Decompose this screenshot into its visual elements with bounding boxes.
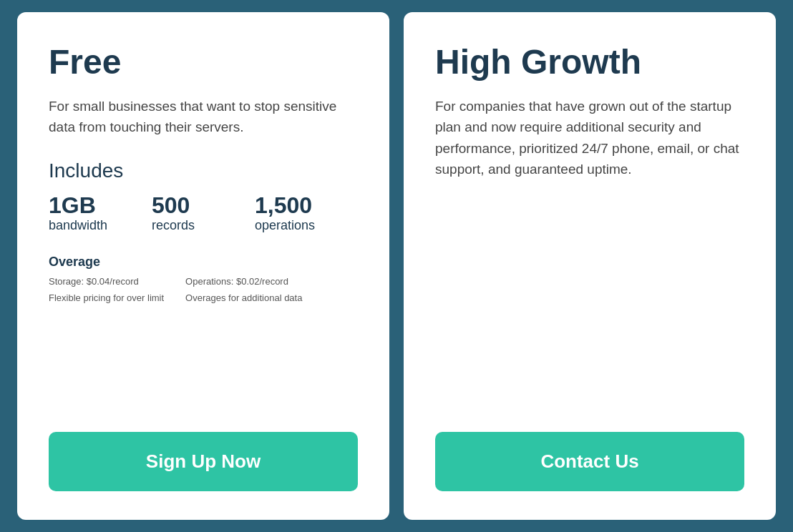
overage-flexible-pricing: Flexible pricing for over limit [49,292,164,305]
overage-additional-data: Overages for additional data [185,292,302,305]
free-plan-card: Free For small businesses that want to s… [17,12,389,520]
high-growth-description: For companies that have grown out of the… [435,96,744,180]
includes-bandwidth: 1GB bandwidth [49,192,152,234]
overage-heading: Overage [49,255,358,270]
includes-operations: 1,500 operations [255,192,358,234]
high-growth-plan-card: High Growth For companies that have grow… [404,12,776,520]
overage-section: Overage Storage: $0.04/record Flexible p… [49,255,358,304]
contact-us-button[interactable]: Contact Us [435,432,744,491]
includes-heading: Includes [49,159,358,182]
operations-value: 1,500 [255,192,358,219]
sign-up-button[interactable]: Sign Up Now [49,432,358,491]
free-plan-title: Free [49,44,358,82]
overage-details: Storage: $0.04/record Flexible pricing f… [49,275,358,304]
records-value: 500 [152,192,255,219]
overage-col-1: Storage: $0.04/record Flexible pricing f… [49,275,164,304]
free-plan-description: For small businesses that want to stop s… [49,96,358,138]
bandwidth-value: 1GB [49,192,152,219]
pricing-cards-container: Free For small businesses that want to s… [10,12,783,520]
bandwidth-label: bandwidth [49,218,152,233]
records-label: records [152,218,255,233]
high-growth-title: High Growth [435,44,744,82]
operations-label: operations [255,218,358,233]
includes-records: 500 records [152,192,255,234]
includes-grid: 1GB bandwidth 500 records 1,500 operatio… [49,192,358,234]
overage-col-2: Operations: $0.02/record Overages for ad… [185,275,302,304]
overage-operations-rate: Operations: $0.02/record [185,275,302,288]
overage-storage-rate: Storage: $0.04/record [49,275,164,288]
